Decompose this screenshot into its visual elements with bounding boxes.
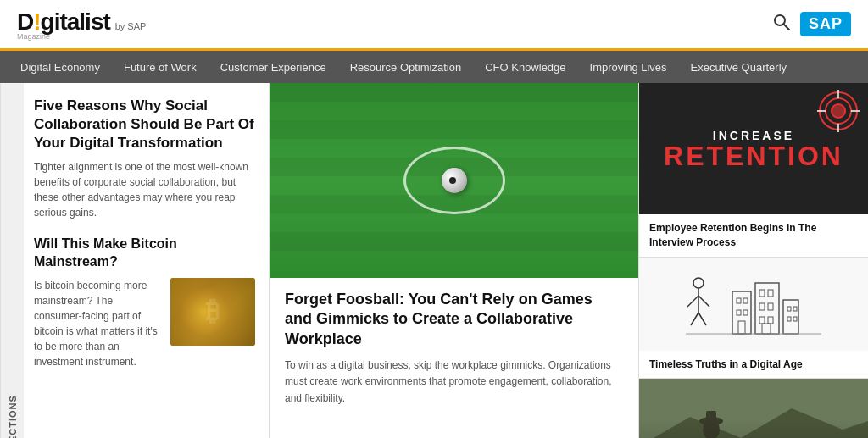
nav-item-executive-quarterly[interactable]: Executive Quarterly [679, 51, 798, 83]
center-column: Forget Foosball: You Can't Rely on Games… [270, 83, 639, 438]
sections-label: Sections [8, 395, 18, 438]
nav-item-customer-experience[interactable]: Customer Experience [209, 51, 338, 83]
center-hero-image [270, 83, 638, 278]
right-item-soldier [639, 379, 868, 438]
nav-item-cfo-knowledge[interactable]: CFO Knowledge [473, 51, 577, 83]
svg-rect-26 [760, 317, 765, 324]
svg-rect-20 [738, 321, 745, 334]
article1-title[interactable]: Five Reasons Why Social Collaboration Sh… [34, 97, 255, 152]
center-article-title[interactable]: Forget Foosball: You Can't Rely on Games… [285, 290, 623, 349]
center-article-desc: To win as a digital business, skip the w… [285, 358, 623, 407]
svg-rect-28 [762, 324, 771, 334]
logo-text: D!gitalist [17, 8, 110, 35]
svg-rect-40 [706, 411, 716, 423]
grass-stripe [270, 232, 638, 251]
sketch-drawing [677, 266, 830, 342]
sap-logo: SAP [800, 12, 851, 36]
retention-main-text: RETENTION [664, 142, 843, 169]
main-content: ‹ Sections Five Reasons Why Social Colla… [0, 83, 868, 438]
header-right: SAP [773, 12, 851, 36]
sketch-caption[interactable]: Timeless Truths in a Digital Age [649, 358, 858, 372]
article2-desc: Is bitcoin becoming more mainstream? The… [34, 278, 162, 369]
svg-line-1 [784, 25, 789, 30]
svg-line-11 [687, 296, 698, 307]
svg-rect-30 [787, 307, 791, 311]
article2-content: Is bitcoin becoming more mainstream? The… [34, 278, 255, 369]
soccer-field [270, 83, 638, 278]
header: D!gitalist by SAP Magazine SAP [0, 0, 868, 51]
svg-rect-33 [793, 317, 797, 321]
svg-line-14 [698, 313, 706, 325]
svg-rect-15 [732, 291, 751, 334]
grass-stripe [270, 120, 638, 139]
svg-line-13 [691, 313, 698, 325]
svg-rect-24 [760, 303, 765, 310]
sections-tab[interactable]: ‹ Sections [0, 83, 24, 438]
svg-rect-18 [737, 310, 741, 315]
svg-rect-35 [639, 379, 868, 438]
right-item-retention: INCREASE RETENTION Employee Retention Be… [639, 83, 868, 258]
right-column: INCREASE RETENTION Employee Retention Be… [639, 83, 868, 438]
right-item-sketch: Timeless Truths in a Digital Age [639, 258, 868, 380]
svg-rect-19 [743, 310, 748, 315]
svg-rect-32 [787, 317, 791, 321]
svg-rect-31 [793, 307, 797, 311]
retention-image: INCREASE RETENTION [639, 83, 868, 214]
retention-caption[interactable]: Employee Retention Begins In The Intervi… [639, 214, 868, 257]
soccer-ball [442, 168, 467, 193]
target-icon [817, 90, 860, 132]
article1-desc: Tighter alignment is one of the most wel… [34, 159, 255, 220]
nav-item-improving-lives[interactable]: Improving Lives [578, 51, 679, 83]
nav-item-resource-optimization[interactable]: Resource Optimization [338, 51, 474, 83]
sketch-caption-area: Timeless Truths in a Digital Age [639, 351, 868, 379]
bitcoin-image [170, 278, 255, 346]
article2-title[interactable]: Will This Make Bitcoin Mainstream? [34, 236, 255, 271]
center-content: Forget Foosball: You Can't Rely on Games… [270, 278, 638, 419]
logo-area[interactable]: D!gitalist by SAP Magazine [17, 8, 146, 41]
nav-item-future-of-work[interactable]: Future of Work [112, 51, 209, 83]
logo-by: by SAP [115, 21, 147, 31]
soldier-svg [639, 379, 868, 438]
logo: D!gitalist by SAP Magazine [17, 8, 146, 41]
left-column: Five Reasons Why Social Collaboration Sh… [24, 83, 270, 438]
retention-text: INCREASE RETENTION [664, 129, 843, 169]
grass-stripe [270, 83, 638, 102]
svg-rect-21 [755, 283, 779, 334]
svg-rect-17 [743, 298, 748, 303]
svg-rect-16 [737, 298, 741, 303]
svg-line-12 [698, 296, 709, 307]
svg-rect-23 [768, 290, 773, 297]
svg-rect-27 [768, 317, 773, 324]
soldier-image [639, 379, 868, 438]
search-icon[interactable] [773, 14, 790, 35]
bitcoin-coins [170, 278, 255, 346]
nav-item-digital-economy[interactable]: Digital Economy [8, 51, 112, 83]
svg-point-37 [703, 419, 720, 438]
main-nav: Digital Economy Future of Work Customer … [0, 51, 868, 83]
svg-point-4 [832, 104, 845, 118]
svg-rect-22 [760, 290, 765, 297]
svg-rect-25 [768, 303, 773, 310]
sketch-image [639, 258, 868, 351]
svg-point-9 [693, 278, 704, 288]
svg-point-0 [775, 15, 785, 25]
